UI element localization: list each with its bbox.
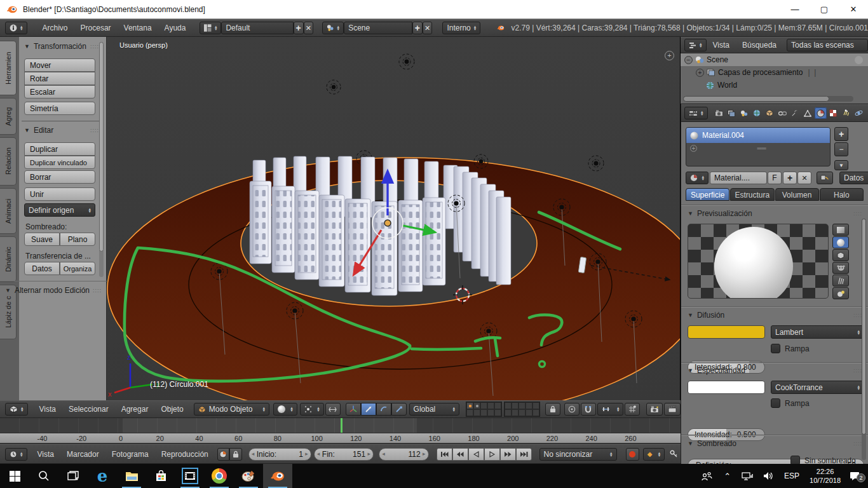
remove-material-slot-button[interactable]: − (834, 142, 848, 156)
diffuse-panel-header[interactable]: Difusión (688, 311, 862, 320)
data-tab-icon[interactable] (802, 107, 814, 119)
render-engine-select[interactable]: Interno (442, 22, 480, 34)
end-frame-field[interactable]: Fin:151 (314, 448, 374, 461)
tl-menu-fotograma[interactable]: Fotograma (105, 445, 155, 463)
borrar-button[interactable]: Borrar (24, 170, 95, 184)
preview-panel-header[interactable]: Previsualización (688, 209, 862, 218)
tab-volumen[interactable]: Volumen (775, 188, 819, 201)
rotar-button[interactable]: Rotar (24, 72, 95, 85)
play-button[interactable] (484, 448, 500, 461)
link-datos-select[interactable]: Datos (839, 172, 868, 184)
start-frame-field[interactable]: Inicio:1 (248, 448, 311, 461)
tab-relaciones[interactable]: Relacion (0, 137, 17, 186)
insert-key-button[interactable] (667, 448, 681, 461)
add-material-slot-button[interactable] (834, 127, 848, 141)
definir-origen-select[interactable]: Definir origen (24, 203, 95, 217)
volume-icon[interactable] (758, 471, 779, 480)
preview-cube-button[interactable] (832, 249, 849, 261)
tab-animacion[interactable]: Animaci (0, 188, 17, 234)
opengl-render-image-button[interactable] (646, 403, 663, 416)
viewport-3d[interactable]: x y z Usuario (persp) (112) Círculo.001 … (107, 37, 680, 400)
particles-tab-icon[interactable] (840, 107, 852, 119)
unlink-material-button[interactable] (797, 172, 811, 184)
language-indicator[interactable]: ESP (779, 471, 804, 480)
pivot-point-select[interactable] (300, 403, 324, 416)
screen-layout-icon-button[interactable] (200, 22, 221, 34)
preview-sphere-button[interactable] (832, 236, 849, 248)
tl-menu-marcador[interactable]: Marcador (60, 445, 105, 463)
specular-panel-header[interactable]: Especularidad (688, 366, 862, 375)
screen-layout-name-field[interactable]: Default (221, 22, 293, 34)
specular-ramp-checkbox[interactable] (771, 398, 780, 408)
translate-manipulator-button[interactable] (361, 403, 376, 416)
pin-icon[interactable]: + (690, 145, 697, 152)
material-slot-list[interactable]: Material.004 + ══ (686, 127, 831, 166)
task-view-button[interactable] (58, 464, 88, 488)
keying-set-select[interactable]: ◆ (643, 448, 665, 461)
jump-to-start-button[interactable] (437, 448, 452, 461)
tl-menu-reproduccion[interactable]: Reproducción (155, 445, 215, 463)
object-tab-icon[interactable] (764, 107, 776, 119)
menu-procesar[interactable]: Procesar (74, 20, 118, 36)
transform-orientation-select[interactable]: Global (409, 403, 460, 416)
outliner-hscrollbar[interactable] (683, 96, 853, 102)
simetria-button[interactable]: Simetría (24, 102, 95, 115)
editor-type-info-button[interactable] (5, 22, 27, 34)
region-expand-icon[interactable]: + (665, 51, 674, 60)
world-tab-icon[interactable] (751, 107, 763, 119)
escalar-button[interactable]: Escalar (24, 85, 95, 98)
panel-edit-header[interactable]: Editar (24, 126, 99, 135)
unir-button[interactable]: Unir (24, 187, 95, 201)
search-button[interactable] (29, 464, 58, 488)
tab-herramientas[interactable]: Herramien (0, 41, 17, 95)
preview-hair-button[interactable] (832, 274, 849, 287)
preview-flat-button[interactable] (832, 224, 849, 236)
tab-superficie[interactable]: Superficie (686, 188, 729, 201)
preview-monkey-button[interactable] (832, 262, 849, 274)
timeline-ruler[interactable]: -40-200204060801001201401601802002202402… (0, 433, 681, 444)
editor-type-properties-button[interactable] (684, 107, 708, 119)
snap-peel-button[interactable] (625, 403, 640, 416)
datos-button[interactable]: Datos (24, 262, 60, 275)
v3d-menu-vista[interactable]: Vista (33, 401, 62, 417)
diffuse-ramp-checkbox[interactable] (771, 344, 780, 353)
specular-shader-select[interactable]: CookTorrance (771, 381, 864, 394)
clock[interactable]: 22:26 10/7/2018 (804, 467, 846, 485)
menu-ayuda[interactable]: Ayuda (158, 20, 193, 36)
shading-panel-header[interactable]: Sombreado (688, 439, 862, 448)
timeline-track[interactable] (0, 418, 681, 433)
fast-forward-button[interactable] (500, 448, 516, 461)
tab-estructura[interactable]: Estructura (730, 188, 774, 201)
delete-scene-button[interactable] (423, 22, 433, 34)
scene-name-field[interactable]: Scene (344, 22, 412, 34)
layers-widget[interactable] (466, 402, 540, 417)
physics-tab-icon[interactable] (853, 107, 865, 119)
snap-magnet-button[interactable] (581, 403, 596, 416)
edge-button[interactable]: e (88, 464, 117, 488)
redo-panel-header[interactable]: Alternar modo Edición (5, 286, 102, 295)
outliner-filter-select[interactable]: Todas las escenas (787, 39, 868, 51)
chrome-button[interactable] (205, 464, 234, 488)
mode-select[interactable]: Modo Objeto (194, 403, 269, 416)
pivot-align-toggle[interactable] (325, 403, 341, 416)
current-frame-playhead[interactable] (341, 418, 342, 433)
start-button[interactable] (0, 464, 29, 488)
menu-archivo[interactable]: Archivo (36, 20, 74, 36)
play-reverse-button[interactable] (468, 448, 484, 461)
material-tab-icon[interactable] (815, 107, 827, 119)
record-button[interactable] (626, 448, 639, 461)
layer-1-active[interactable] (466, 402, 473, 409)
jump-back-button[interactable] (452, 448, 468, 461)
paint-button[interactable] (234, 464, 263, 488)
render-layers-tab-icon[interactable] (726, 107, 738, 119)
suave-button[interactable]: Suave (24, 233, 60, 246)
duplicar-vinculado-button[interactable]: Duplicar vinculado (24, 156, 95, 169)
scale-manipulator-button[interactable] (391, 403, 407, 416)
editor-type-3dview-button[interactable] (5, 403, 28, 416)
network-icon[interactable] (736, 471, 758, 480)
expand-icon[interactable]: + (696, 69, 704, 77)
menu-ventana[interactable]: Ventana (118, 20, 158, 36)
outliner-menu-vista[interactable]: Vista (707, 37, 736, 53)
diffuse-shader-select[interactable]: Lambert (771, 325, 864, 339)
fake-user-button[interactable]: F (768, 172, 782, 184)
